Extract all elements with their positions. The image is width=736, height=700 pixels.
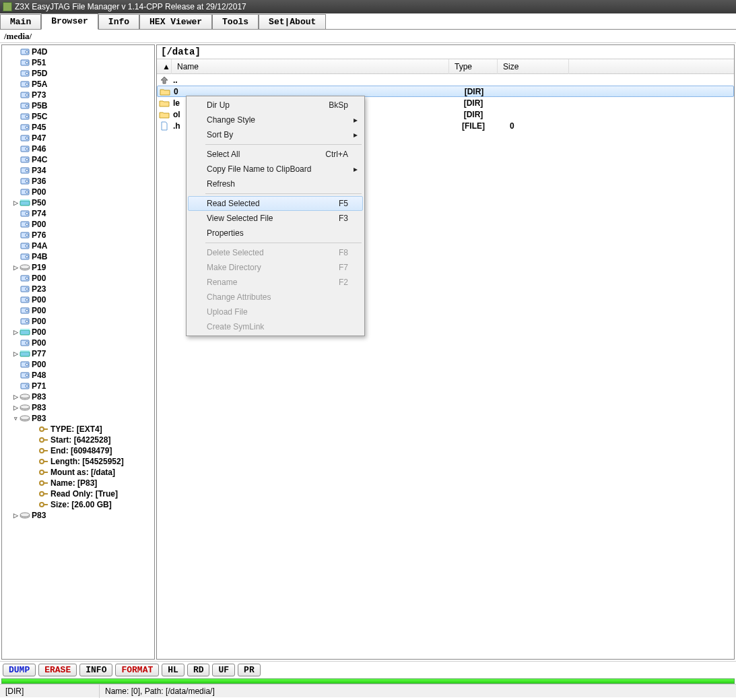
menu-shortcut: Ctrl+A [325,150,348,159]
tree-node[interactable]: Read Only: [True] [2,488,154,499]
tree-node[interactable]: P76 [2,230,154,241]
menu-item-read-selected[interactable]: Read SelectedF5 [188,196,363,211]
menu-item-view-selected-file[interactable]: View Selected FileF3 [188,211,363,226]
tree-node[interactable]: Length: [54525952] [2,456,154,467]
tree-node[interactable]: End: [60948479] [2,445,154,456]
tree-node[interactable]: P73 [2,90,154,100]
tab-setabout[interactable]: Set|About [259,14,326,29]
svg-point-7 [26,83,28,86]
tree-node[interactable]: P00 [2,273,154,284]
tree-node[interactable]: P36 [2,176,154,187]
hl-button[interactable]: HL [162,664,185,676]
tree-node[interactable]: P71 [2,381,154,391]
tab-browser[interactable]: Browser [41,13,98,30]
menu-item-sort-by[interactable]: Sort By▸ [188,127,363,142]
sort-indicator-icon[interactable]: ▲ [157,59,172,74]
tree-node[interactable]: P00 [2,219,154,230]
tree-node[interactable]: P4C [2,154,154,165]
tree-node[interactable]: ▷P83 [2,391,154,402]
tree-node[interactable]: Name: [P83] [2,478,154,488]
tab-hexviewer[interactable]: HEX Viewer [139,14,212,29]
tree-twisty-icon[interactable]: ▷ [11,512,20,519]
tree-icon [20,133,30,143]
tree-twisty-icon[interactable]: ▷ [11,199,20,206]
tree-node[interactable]: P46 [2,144,154,154]
tree-node[interactable]: P47 [2,133,154,144]
tree-node[interactable]: Size: [26.00 GB] [2,499,154,510]
tree-icon [20,306,30,315]
tree-label: P83 [30,392,46,402]
tree-node[interactable]: ▷P83 [2,402,154,413]
tree-node[interactable]: P4D [2,46,154,57]
tree-twisty-icon[interactable]: ▷ [11,350,20,357]
tree-node[interactable]: P00 [2,187,154,197]
menu-item-dir-up[interactable]: Dir UpBkSp [188,98,363,113]
tree-icon [38,435,49,445]
menu-item-copy-file-name-to-clipboard[interactable]: Copy File Name to ClipBoard▸ [188,162,363,177]
menu-label: Upload File [207,307,248,317]
tree-twisty-icon[interactable]: ▷ [11,264,20,271]
tree-twisty-icon[interactable]: ▷ [11,404,20,411]
tree-node[interactable]: P23 [2,284,154,294]
tree-node[interactable]: P00 [2,316,154,327]
tab-info[interactable]: Info [98,14,139,29]
tree-node[interactable]: ▷P19 [2,262,154,273]
dump-button[interactable]: DUMP [3,664,36,676]
col-size[interactable]: Size [498,59,569,74]
tree-panel[interactable]: P4DP51P5DP5AP73P5BP5CP45P47P46P4CP34P36P… [1,44,155,660]
tree-node[interactable]: P45 [2,122,154,133]
menu-item-change-style[interactable]: Change Style▸ [188,113,363,127]
tree-label: P48 [30,371,46,380]
tree-node[interactable]: Start: [6422528] [2,435,154,445]
menu-item-properties[interactable]: Properties [188,226,363,241]
tree-node[interactable]: ▷P50 [2,197,154,208]
tree-node[interactable]: P00 [2,338,154,348]
tree-icon [20,144,30,154]
file-header[interactable]: ▲ Name Type Size [157,59,734,74]
tree-node[interactable]: P51 [2,57,154,68]
tree-node[interactable]: P00 [2,359,154,370]
svg-point-65 [20,394,30,398]
svg-point-39 [26,255,28,258]
format-button[interactable]: FORMAT [115,664,159,676]
rd-button[interactable]: RD [187,664,210,676]
tree-node[interactable]: P00 [2,294,154,305]
tree-label: P5C [30,112,47,121]
info-button[interactable]: INFO [79,664,112,676]
tree-node[interactable]: P4B [2,251,154,262]
tree-node[interactable]: ▿P83 [2,413,154,424]
tree-node[interactable]: P5A [2,79,154,90]
menu-item-refresh[interactable]: Refresh [188,177,363,191]
tree-twisty-icon[interactable]: ▿ [11,415,20,422]
tree-node[interactable]: P5D [2,68,154,79]
context-menu[interactable]: Dir UpBkSpChange Style▸Sort By▸Select Al… [186,96,365,336]
svg-point-51 [26,320,28,323]
tree-node[interactable]: P48 [2,370,154,381]
col-type[interactable]: Type [449,59,498,74]
erase-button[interactable]: ERASE [38,664,77,676]
tree-label: P00 [30,327,46,337]
tree-node[interactable]: ▷P00 [2,327,154,338]
tree-label: Mount as: [/data] [49,468,115,477]
tree-twisty-icon[interactable]: ▷ [11,329,20,336]
tree-node[interactable]: P74 [2,208,154,219]
uf-button[interactable]: UF [212,664,235,676]
tree-node[interactable]: P4A [2,241,154,251]
pr-button[interactable]: PR [238,664,261,676]
tree-node[interactable]: ▷P77 [2,348,154,359]
menu-item-select-all[interactable]: Select AllCtrl+A [188,147,363,162]
col-name[interactable]: Name [172,59,449,74]
tree-twisty-icon[interactable]: ▷ [11,393,20,400]
tree-node[interactable]: P5C [2,111,154,122]
svg-rect-57 [20,350,30,352]
tree-node[interactable]: TYPE: [EXT4] [2,424,154,435]
tree-node[interactable]: P5B [2,100,154,111]
tree-node[interactable]: P34 [2,165,154,176]
tab-main[interactable]: Main [0,14,41,29]
tree-node[interactable]: ▷P83 [2,510,154,521]
tab-tools[interactable]: Tools [212,14,259,29]
tree-node[interactable]: Mount as: [/data] [2,467,154,478]
tree-node[interactable]: P00 [2,305,154,316]
file-row[interactable]: .. [157,74,734,86]
svg-point-21 [26,158,28,161]
